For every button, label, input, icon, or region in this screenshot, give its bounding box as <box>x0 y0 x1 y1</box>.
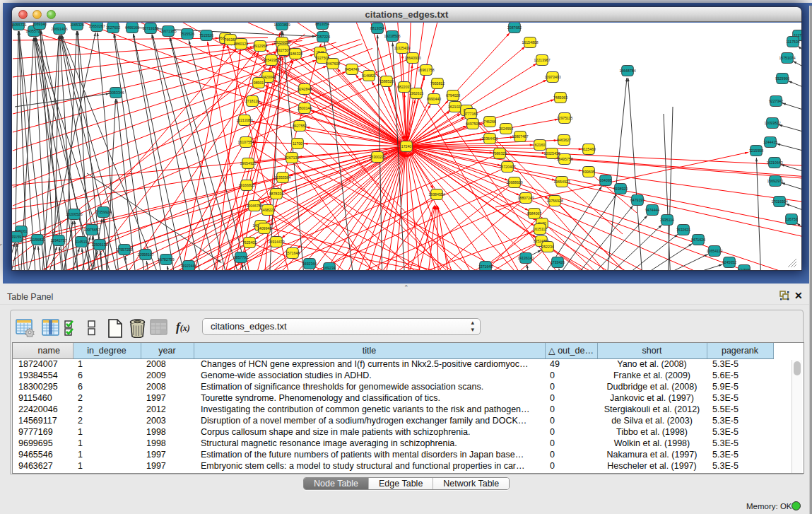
svg-text:8984067: 8984067 <box>527 211 541 216</box>
svg-text:1498222: 1498222 <box>261 208 275 212</box>
svg-text:1733426: 1733426 <box>551 260 565 264</box>
svg-text:8912954: 8912954 <box>253 44 267 48</box>
svg-text:19166825: 19166825 <box>238 183 254 187</box>
svg-text:1621022: 1621022 <box>448 105 462 109</box>
svg-text:3215958: 3215958 <box>749 148 763 153</box>
svg-text:19654925: 19654925 <box>240 161 256 165</box>
svg-text:8990443: 8990443 <box>427 97 441 101</box>
svg-text:15751074: 15751074 <box>779 56 795 60</box>
svg-text:1571648: 1571648 <box>286 251 300 255</box>
svg-text:6479197: 6479197 <box>630 198 645 202</box>
svg-text:20691406: 20691406 <box>51 27 67 31</box>
svg-text:6466160: 6466160 <box>125 25 139 30</box>
svg-text:17016504: 17016504 <box>771 199 787 204</box>
svg-text:18640910: 18640910 <box>404 56 420 60</box>
svg-text:11325419: 11325419 <box>394 46 411 50</box>
svg-text:7485063: 7485063 <box>553 95 567 100</box>
svg-text:252234: 252234 <box>541 245 553 249</box>
svg-text:19384554: 19384554 <box>428 192 445 197</box>
svg-text:18495758: 18495758 <box>556 157 572 161</box>
svg-text:8186328: 8186328 <box>288 52 302 56</box>
svg-text:20206526: 20206526 <box>66 212 82 216</box>
svg-text:11353564: 11353564 <box>275 175 291 180</box>
svg-text:8267130: 8267130 <box>285 156 299 160</box>
svg-text:14136141: 14136141 <box>517 256 534 260</box>
svg-text:2803144: 2803144 <box>298 106 312 110</box>
svg-text:699695: 699695 <box>582 170 594 174</box>
svg-text:6822037: 6822037 <box>397 85 411 89</box>
svg-text:1615112: 1615112 <box>533 227 547 231</box>
svg-text:23226058: 23226058 <box>273 40 290 45</box>
svg-text:7986322: 7986322 <box>493 151 507 156</box>
svg-text:16210643: 16210643 <box>766 160 782 165</box>
svg-text:98901: 98901 <box>254 81 264 85</box>
svg-text:12942737: 12942737 <box>50 238 66 243</box>
svg-text:1244415: 1244415 <box>763 140 777 144</box>
svg-text:7515526: 7515526 <box>199 33 213 37</box>
svg-text:1371648: 1371648 <box>478 264 493 269</box>
svg-text:12093822: 12093822 <box>764 121 780 125</box>
svg-text:5938923: 5938923 <box>613 187 628 191</box>
svg-text:62160: 62160 <box>535 143 546 147</box>
svg-text:16961758: 16961758 <box>418 68 434 72</box>
svg-text:19756928: 19756928 <box>546 199 563 203</box>
svg-text:16033809: 16033809 <box>273 23 290 27</box>
svg-text:2935114: 2935114 <box>660 218 674 222</box>
svg-text:8878334: 8878334 <box>269 192 283 196</box>
svg-text:20364436: 20364436 <box>481 136 498 141</box>
svg-text:2467608: 2467608 <box>326 62 340 66</box>
svg-text:9227342: 9227342 <box>769 99 783 103</box>
svg-text:924565: 924565 <box>738 268 750 270</box>
svg-text:2087682: 2087682 <box>507 25 522 30</box>
svg-text:10654112: 10654112 <box>707 249 723 253</box>
svg-text:16914479: 16914479 <box>268 240 284 244</box>
svg-text:15300223: 15300223 <box>369 155 385 159</box>
svg-text:7632621: 7632621 <box>676 228 690 232</box>
svg-text:10025438: 10025438 <box>543 151 560 156</box>
svg-text:11700: 11700 <box>293 141 302 146</box>
svg-text:164095: 164095 <box>599 178 611 182</box>
svg-text:9777169: 9777169 <box>464 112 478 116</box>
svg-text:1692344: 1692344 <box>302 262 317 266</box>
svg-text:16107554: 16107554 <box>237 140 254 144</box>
svg-text:11923446: 11923446 <box>181 264 197 268</box>
svg-text:8813054: 8813054 <box>370 26 384 30</box>
svg-text:16782759: 16782759 <box>158 257 174 262</box>
svg-text:2069140: 2069140 <box>33 23 47 26</box>
svg-text:12213389: 12213389 <box>236 118 252 122</box>
svg-text:9329966: 9329966 <box>775 76 789 81</box>
svg-text:1409948: 1409948 <box>257 226 271 230</box>
svg-text:9146821: 9146821 <box>362 74 376 78</box>
svg-text:8860124: 8860124 <box>234 42 248 46</box>
svg-text:10688609: 10688609 <box>506 180 522 185</box>
svg-text:15720407: 15720407 <box>499 165 515 169</box>
svg-text:1588520: 1588520 <box>379 79 394 83</box>
svg-text:10719185: 10719185 <box>142 26 158 30</box>
svg-text:6794028: 6794028 <box>446 93 460 98</box>
svg-text:19654923: 19654923 <box>553 180 570 184</box>
svg-text:9474444: 9474444 <box>645 208 659 212</box>
svg-text:10973493: 10973493 <box>544 75 560 79</box>
svg-text:114519: 114519 <box>76 240 88 244</box>
svg-text:1527602: 1527602 <box>106 25 120 30</box>
svg-text:17957255: 17957255 <box>116 247 132 252</box>
svg-text:12975115: 12975115 <box>557 116 573 120</box>
svg-text:126753: 126753 <box>785 217 797 221</box>
svg-text:3024554: 3024554 <box>499 127 513 131</box>
svg-text:16543382: 16543382 <box>263 58 279 62</box>
svg-text:16648784: 16648784 <box>619 69 635 73</box>
svg-text:11156829: 11156829 <box>30 238 45 242</box>
svg-text:1117534: 1117534 <box>786 40 800 44</box>
svg-text:8471626: 8471626 <box>691 238 705 242</box>
svg-text:9115460: 9115460 <box>582 147 596 151</box>
svg-text:10807487: 10807487 <box>512 134 528 139</box>
svg-text:8427552: 8427552 <box>293 124 307 128</box>
svg-text:169234: 169234 <box>323 266 335 270</box>
svg-text:17359924: 17359924 <box>95 210 111 214</box>
svg-text:8454749: 8454749 <box>345 67 359 71</box>
svg-text:9463627: 9463627 <box>557 138 571 142</box>
svg-text:18807249: 18807249 <box>517 196 534 200</box>
svg-text:12213967: 12213967 <box>534 58 550 62</box>
svg-text:8813054: 8813054 <box>315 23 329 26</box>
svg-text:14055721: 14055721 <box>12 23 27 27</box>
